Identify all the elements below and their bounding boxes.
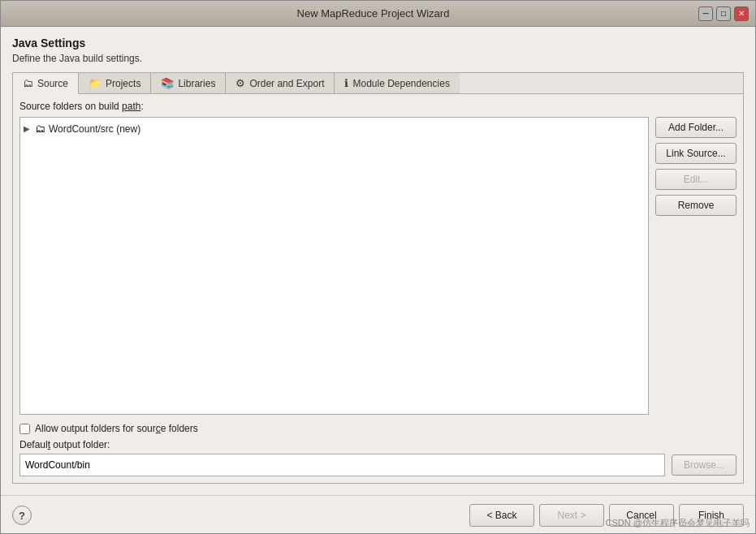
projects-tab-icon: 📁 <box>89 77 102 89</box>
projects-tab-label: Projects <box>106 78 140 89</box>
tab-order-export[interactable]: ⚙ Order and Export <box>226 73 335 93</box>
dialog-content: Java Settings Define the Java build sett… <box>1 27 755 490</box>
tab-projects[interactable]: 📁 Projects <box>79 73 151 93</box>
libraries-tab-icon: 📚 <box>161 77 174 89</box>
path-underline: path <box>122 101 140 112</box>
tab-source[interactable]: 🗂 Source <box>13 73 79 94</box>
window-title: New MapReduce Project Wizard <box>48 7 698 19</box>
side-buttons: Add Folder... Link Source... Edit... Rem… <box>655 117 737 415</box>
libraries-tab-label: Libraries <box>178 78 215 89</box>
page-subtitle: Define the Java build settings. <box>12 53 744 64</box>
source-tab-label: Source <box>37 78 68 89</box>
output-folder-input[interactable]: WordCount/bin <box>19 454 665 476</box>
order-tab-icon: ⚙ <box>235 77 245 89</box>
module-tab-icon: ℹ <box>344 77 348 89</box>
source-tree[interactable]: ▶ 🗂 WordCount/src (new) <box>19 117 649 415</box>
add-folder-button[interactable]: Add Folder... <box>655 117 737 138</box>
watermark-text: CSDN @仿生程序员会梦见电子羊吗 <box>606 517 750 529</box>
source-underline: c <box>156 423 161 434</box>
maximize-button[interactable]: □ <box>716 6 731 21</box>
tabs-bar: 🗂 Source 📁 Projects 📚 Libraries ⚙ Order … <box>12 72 744 93</box>
help-button[interactable]: ? <box>12 506 32 525</box>
tree-item-wordcount[interactable]: ▶ 🗂 WordCount/src (new) <box>24 121 645 136</box>
browse-button[interactable]: Browse... <box>672 454 737 476</box>
next-button[interactable]: Next > <box>539 504 604 527</box>
default-underline: t <box>48 439 50 450</box>
panel-body: ▶ 🗂 WordCount/src (new) Add Folder... Li… <box>19 117 737 415</box>
tab-module-deps[interactable]: ℹ Module Dependencies <box>335 73 459 93</box>
output-folder-row: WordCount/bin Browse... <box>19 454 737 476</box>
remove-button[interactable]: Remove <box>655 195 737 216</box>
window-controls: ─ □ ✕ <box>698 6 749 21</box>
output-folder-label: Default output folder: <box>19 439 737 450</box>
page-title: Java Settings <box>12 37 744 50</box>
tab-libraries[interactable]: 📚 Libraries <box>151 73 226 93</box>
order-tab-label: Order and Export <box>249 78 324 89</box>
allow-output-row: Allow output folders for source folders <box>19 423 737 434</box>
titlebar: New MapReduce Project Wizard ─ □ ✕ <box>1 1 755 27</box>
tree-item-label: WordCount/src (new) <box>49 123 140 135</box>
folder-icon: 🗂 <box>35 123 45 135</box>
link-source-button[interactable]: Link Source... <box>655 143 737 164</box>
source-folders-label: Source folders on build path: <box>19 101 737 112</box>
footer-left: ? <box>12 506 32 525</box>
tree-toggle-icon: ▶ <box>24 124 32 133</box>
main-window: New MapReduce Project Wizard ─ □ ✕ Java … <box>0 0 756 534</box>
close-button[interactable]: ✕ <box>734 6 749 21</box>
source-tab-icon: 🗂 <box>23 77 33 89</box>
minimize-button[interactable]: ─ <box>698 6 713 21</box>
allow-output-checkbox[interactable] <box>19 424 30 434</box>
back-button[interactable]: < Back <box>469 504 534 527</box>
allow-output-label: Allow output folders for source folders <box>35 423 198 434</box>
source-panel: Source folders on build path: ▶ 🗂 WordCo… <box>12 93 744 484</box>
module-tab-label: Module Dependencies <box>352 78 449 89</box>
edit-button[interactable]: Edit... <box>655 169 737 190</box>
